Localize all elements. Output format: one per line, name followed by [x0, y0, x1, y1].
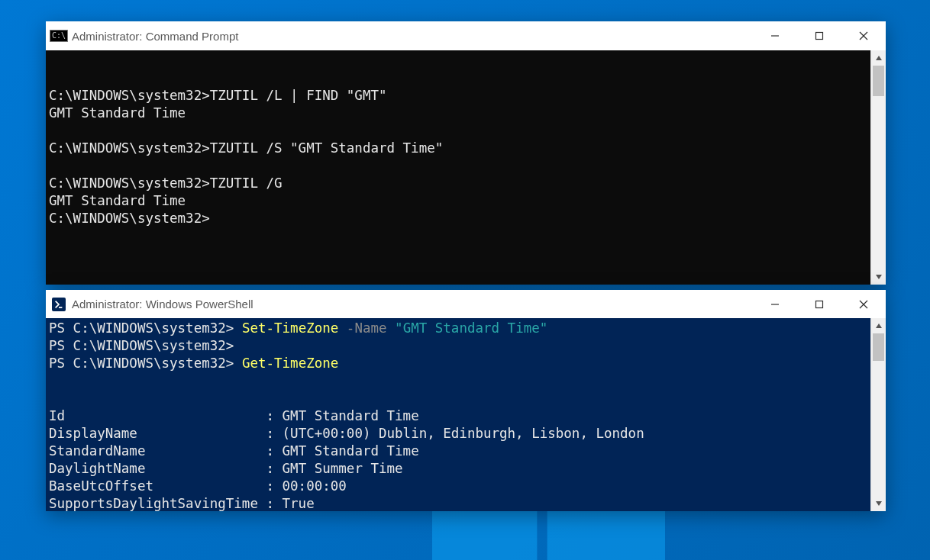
- minimize-button[interactable]: [753, 21, 797, 50]
- ps-prompt: PS C:\WINDOWS\system32>: [49, 320, 234, 336]
- cmd-scrollbar[interactable]: [870, 50, 886, 285]
- ps-scrollbar[interactable]: [870, 318, 886, 511]
- ps-prompt: PS C:\WINDOWS\system32>: [49, 338, 234, 353]
- cmd-titlebar[interactable]: C:\ Administrator: Command Prompt: [46, 21, 886, 50]
- minimize-button[interactable]: [753, 290, 797, 318]
- cmd-window: C:\ Administrator: Command Prompt C:\WIN…: [46, 21, 886, 285]
- maximize-icon: [815, 31, 824, 40]
- cmd-scrollbar-thumb[interactable]: [873, 66, 884, 96]
- close-icon: [859, 300, 868, 309]
- svg-rect-8: [816, 301, 823, 307]
- ps-prompt: PS C:\WINDOWS\system32>: [49, 356, 234, 371]
- cmd-window-controls: [753, 21, 886, 50]
- cmd-line: C:\WINDOWS\system32>TZUTIL /L | FIND "GM…: [49, 88, 443, 226]
- ps-output-line: Id : GMT Standard Time: [49, 408, 419, 423]
- svg-marker-11: [876, 323, 882, 328]
- cmd-app-icon: C:\: [52, 29, 66, 43]
- close-button[interactable]: [841, 21, 886, 50]
- maximize-button[interactable]: [797, 290, 841, 318]
- ps-cmdlet: Set-TimeZone: [242, 320, 338, 336]
- ps-terminal[interactable]: PS C:\WINDOWS\system32> Set-TimeZone -Na…: [46, 318, 870, 511]
- minimize-icon: [770, 300, 780, 309]
- svg-marker-12: [876, 501, 882, 506]
- ps-titlebar[interactable]: Administrator: Windows PowerShell: [46, 290, 886, 318]
- ps-title: Administrator: Windows PowerShell: [72, 298, 253, 311]
- close-button[interactable]: [841, 290, 886, 318]
- cmd-terminal[interactable]: C:\WINDOWS\system32>TZUTIL /L | FIND "GM…: [46, 50, 870, 285]
- scroll-up-icon[interactable]: [871, 50, 886, 66]
- ps-output-line: DisplayName : (UTC+00:00) Dublin, Edinbu…: [49, 426, 644, 441]
- ps-output-line: DaylightName : GMT Summer Time: [49, 461, 403, 476]
- svg-marker-5: [876, 275, 882, 279]
- svg-marker-4: [876, 56, 882, 60]
- ps-output-line: BaseUtcOffset : 00:00:00: [49, 478, 347, 494]
- powershell-window: Administrator: Windows PowerShell PS C:\…: [46, 290, 886, 511]
- minimize-icon: [770, 31, 780, 40]
- scroll-down-icon[interactable]: [871, 496, 886, 511]
- ps-output-line: SupportsDaylightSavingTime : True: [49, 496, 315, 511]
- powershell-app-icon: [52, 298, 66, 311]
- maximize-button[interactable]: [797, 21, 841, 50]
- ps-cmdlet: Get-TimeZone: [242, 356, 338, 371]
- scroll-up-icon[interactable]: [871, 318, 886, 333]
- maximize-icon: [815, 300, 824, 309]
- cmd-title: Administrator: Command Prompt: [72, 30, 238, 43]
- ps-string: "GMT Standard Time": [395, 320, 547, 336]
- svg-rect-1: [816, 33, 823, 40]
- ps-output-line: StandardName : GMT Standard Time: [49, 443, 419, 459]
- scroll-down-icon[interactable]: [871, 269, 886, 285]
- close-icon: [859, 31, 868, 40]
- ps-param: -Name: [347, 320, 387, 336]
- ps-window-controls: [753, 290, 886, 318]
- ps-scrollbar-thumb[interactable]: [873, 333, 884, 361]
